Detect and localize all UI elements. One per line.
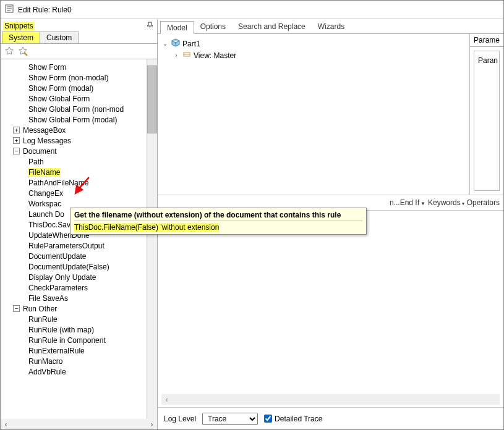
tree-item[interactable]: Show Form (modal) xyxy=(28,84,94,93)
tree-item[interactable]: Path xyxy=(28,158,45,166)
parameters-label: Paran xyxy=(478,56,498,65)
toolbar-keywords[interactable]: Keywords▾ xyxy=(428,198,464,207)
expand-icon[interactable]: + xyxy=(13,137,20,144)
tree-node-messagebox[interactable]: MessageBox xyxy=(22,126,66,135)
tree-item[interactable]: ThisDoc.Save xyxy=(28,221,75,229)
vertical-scrollbar[interactable] xyxy=(147,59,157,419)
tree-node-runother[interactable]: Run Other xyxy=(22,305,58,313)
tab-options[interactable]: Options xyxy=(194,20,232,33)
snippets-toolbar xyxy=(1,43,157,59)
detailed-trace-checkbox[interactable]: Detailed Trace xyxy=(264,415,322,423)
collapse-icon[interactable]: − xyxy=(13,305,20,312)
tree-item[interactable]: Launch Do xyxy=(28,210,65,219)
chevron-right-icon[interactable]: › xyxy=(173,52,180,59)
tab-system[interactable]: System xyxy=(2,32,40,43)
tree-item[interactable]: Show Global Form xyxy=(28,95,90,103)
favorite-edit-icon[interactable] xyxy=(18,46,28,56)
log-level-label: Log Level xyxy=(164,415,196,423)
toolbar-endif[interactable]: n...End If▼ xyxy=(390,198,425,207)
model-tree-view[interactable]: View: Master xyxy=(194,51,236,60)
model-tree-part[interactable]: Part1 xyxy=(182,40,200,48)
tree-item[interactable]: File SaveAs xyxy=(28,294,69,303)
tooltip: Get the filename (without extension) of … xyxy=(70,208,367,235)
tab-parameters[interactable]: Parame xyxy=(474,36,500,44)
snippets-tree[interactable]: Show Form Show Form (non-modal) Show For… xyxy=(1,59,157,429)
tooltip-title: Get the filename (without extension) of … xyxy=(74,211,362,221)
log-level-select[interactable]: Trace xyxy=(202,413,258,425)
parameters-panel: Parame Paran xyxy=(469,34,503,195)
tree-item[interactable]: RuleParametersOutput xyxy=(28,242,105,250)
tree-item[interactable]: Show Global Form (non-mod xyxy=(28,105,124,114)
tree-item[interactable]: DocumentUpdate(False) xyxy=(28,263,110,271)
scroll-left-icon[interactable]: ‹ xyxy=(161,394,172,405)
tab-wizards[interactable]: Wizards xyxy=(312,20,351,33)
tree-item[interactable]: AddVbRule xyxy=(28,368,67,376)
editor-horizontal-scrollbar[interactable]: ‹ xyxy=(161,394,500,405)
tree-item-filename[interactable]: FileName xyxy=(28,168,61,177)
app-icon xyxy=(4,4,14,15)
collapse-icon[interactable]: − xyxy=(13,148,20,154)
chevron-down-icon[interactable]: ⌄ xyxy=(161,40,169,47)
model-tabs: Model Options Search and Replace Wizards xyxy=(158,19,503,34)
tab-model[interactable]: Model xyxy=(160,21,194,34)
view-icon xyxy=(182,50,191,61)
horizontal-scrollbar[interactable]: ‹ › xyxy=(1,419,157,429)
tree-item[interactable]: Show Form xyxy=(28,63,67,72)
tooltip-code: ThisDoc.FileName(False) 'without extensi… xyxy=(74,223,219,232)
tree-item[interactable]: PathAndFileName xyxy=(28,179,89,187)
expand-icon[interactable]: + xyxy=(13,127,20,133)
tree-item[interactable]: Display Only Update xyxy=(28,273,96,282)
tree-item[interactable]: Show Global Form (modal) xyxy=(28,116,117,124)
code-editor[interactable]: ‹ Log Level Trace Detailed Trace xyxy=(158,211,503,429)
tree-item[interactable]: CheckParameters xyxy=(28,284,88,292)
window-title: Edit Rule: Rule0 xyxy=(18,6,72,14)
snippets-tabs: System Custom xyxy=(1,32,157,43)
favorite-add-icon[interactable] xyxy=(4,46,14,56)
tree-node-document[interactable]: Document xyxy=(22,147,58,156)
toolbar-operators[interactable]: Operators xyxy=(467,198,500,207)
window-titlebar: Edit Rule: Rule0 xyxy=(1,1,503,19)
tab-custom[interactable]: Custom xyxy=(40,32,79,43)
detailed-trace-label: Detailed Trace xyxy=(275,415,322,423)
status-bar: Log Level Trace Detailed Trace xyxy=(158,407,503,429)
scroll-right-icon[interactable]: › xyxy=(147,419,157,429)
detailed-trace-input[interactable] xyxy=(264,415,272,423)
scroll-left-icon[interactable]: ‹ xyxy=(1,419,11,429)
tree-node-logmessages[interactable]: Log Messages xyxy=(22,137,72,145)
tree-item[interactable]: DocumentUpdate xyxy=(28,252,87,261)
tree-item[interactable]: RunExternalRule xyxy=(28,347,85,355)
tree-item[interactable]: RunMacro xyxy=(28,357,63,366)
tab-search-replace[interactable]: Search and Replace xyxy=(232,20,312,33)
model-tree[interactable]: ⌄ Part1 › View: Master xyxy=(158,34,469,195)
tree-item[interactable]: Show Form (non-modal) xyxy=(28,74,109,82)
cube-icon xyxy=(171,38,180,49)
tree-item[interactable]: RunRule in Component xyxy=(28,336,106,345)
tree-item[interactable]: RunRule xyxy=(28,315,58,324)
tree-item[interactable]: ChangeEx xyxy=(28,189,64,198)
tree-item[interactable]: Workspac xyxy=(28,200,62,208)
snippets-header-label: Snippets xyxy=(3,22,35,30)
pin-icon[interactable] xyxy=(147,22,153,30)
tree-item[interactable]: RunRule (with map) xyxy=(28,326,95,334)
